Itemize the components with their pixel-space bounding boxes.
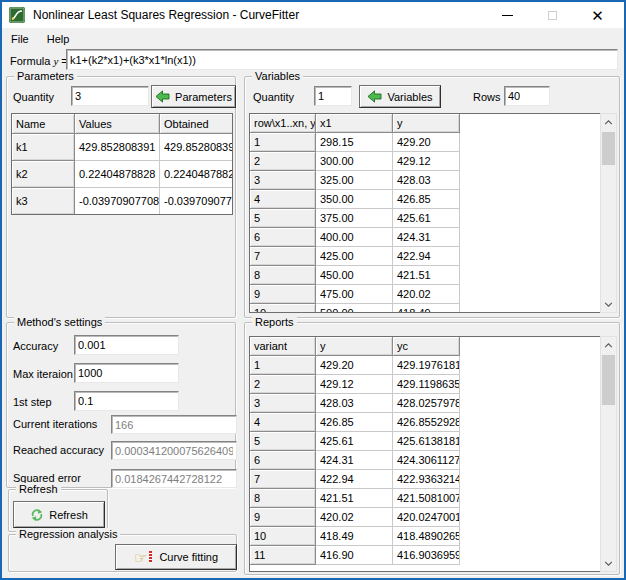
grid-cell[interactable]: 418.49 bbox=[316, 527, 393, 546]
row-header-cell[interactable]: 8 bbox=[250, 489, 316, 508]
grid-cell[interactable]: 429.852808391 bbox=[75, 134, 160, 161]
grid-cell[interactable]: 0.2240487882 bbox=[160, 161, 233, 188]
grid-cell[interactable]: 429.1198635 bbox=[393, 375, 460, 394]
scroll-down-icon[interactable] bbox=[601, 296, 616, 312]
row-header-cell[interactable]: 1 bbox=[250, 133, 316, 152]
row-header-cell[interactable]: 10 bbox=[250, 527, 316, 546]
row-header-cell[interactable]: 2 bbox=[250, 375, 316, 394]
row-header-cell[interactable]: 10 bbox=[250, 304, 316, 313]
grid-cell[interactable]: 425.61 bbox=[316, 432, 393, 451]
grid-cell[interactable]: 418.49 bbox=[393, 304, 460, 313]
row-header-cell[interactable]: 5 bbox=[250, 432, 316, 451]
formula-input[interactable] bbox=[66, 49, 618, 70]
variables-scrollbar[interactable] bbox=[600, 113, 617, 313]
refresh-icon bbox=[30, 508, 44, 522]
grid-cell[interactable]: 421.51 bbox=[316, 489, 393, 508]
grid-cell[interactable]: 426.8552928 bbox=[393, 413, 460, 432]
grid-cell[interactable]: 425.61 bbox=[393, 209, 460, 228]
grid-cell[interactable]: 416.90 bbox=[316, 546, 393, 565]
row-header-cell[interactable]: 3 bbox=[250, 394, 316, 413]
grid-cell[interactable]: 420.0247001 bbox=[393, 508, 460, 527]
grid-cell[interactable]: 420.02 bbox=[393, 285, 460, 304]
grid-cell[interactable]: 429.20 bbox=[393, 133, 460, 152]
grid-cell[interactable]: 426.85 bbox=[316, 413, 393, 432]
refresh-button[interactable]: Refresh bbox=[13, 501, 105, 528]
row-header-cell[interactable]: 3 bbox=[250, 171, 316, 190]
grid-cell[interactable]: 450.00 bbox=[316, 266, 393, 285]
grid-cell[interactable]: -0.039709077 bbox=[160, 188, 233, 215]
grid-cell[interactable]: -0.03970907708 bbox=[75, 188, 160, 215]
max-iteration-input[interactable] bbox=[74, 363, 179, 383]
scroll-down-icon[interactable] bbox=[601, 555, 616, 571]
parameters-button[interactable]: Parameters bbox=[151, 85, 236, 108]
grid-cell[interactable]: 421.5081007 bbox=[393, 489, 460, 508]
grid-cell[interactable]: 424.31 bbox=[316, 451, 393, 470]
grid-cell[interactable]: 429.12 bbox=[316, 375, 393, 394]
scroll-up-icon[interactable] bbox=[601, 337, 616, 353]
grid-cell[interactable]: 420.02 bbox=[316, 508, 393, 527]
grid-cell[interactable]: 421.51 bbox=[393, 266, 460, 285]
grid-cell[interactable]: 418.4890265 bbox=[393, 527, 460, 546]
row-header-cell[interactable]: 8 bbox=[250, 266, 316, 285]
grid-cell[interactable]: 422.94 bbox=[393, 247, 460, 266]
minimize-button[interactable] bbox=[485, 2, 530, 28]
grid-cell[interactable]: 416.9036959 bbox=[393, 546, 460, 565]
grid-cell[interactable]: 428.0257978 bbox=[393, 394, 460, 413]
grid-cell[interactable]: 425.6138181 bbox=[393, 432, 460, 451]
grid-cell[interactable]: 350.00 bbox=[316, 190, 393, 209]
grid-cell[interactable]: 500.00 bbox=[316, 304, 393, 313]
row-header-cell[interactable]: k2 bbox=[12, 161, 75, 188]
grid-cell[interactable]: 422.9363214 bbox=[393, 470, 460, 489]
row-header-cell[interactable]: 7 bbox=[250, 470, 316, 489]
grid-cell[interactable]: 400.00 bbox=[316, 228, 393, 247]
grid-cell[interactable]: 424.31 bbox=[393, 228, 460, 247]
grid-cell[interactable]: 429.85280839 bbox=[160, 134, 233, 161]
refresh-button-label: Refresh bbox=[49, 509, 88, 521]
variables-button[interactable]: Variables bbox=[359, 85, 441, 108]
grid-cell[interactable]: 426.85 bbox=[393, 190, 460, 209]
grid-cell[interactable]: 300.00 bbox=[316, 152, 393, 171]
grid-cell[interactable]: 424.3061127 bbox=[393, 451, 460, 470]
row-header-cell[interactable]: 6 bbox=[250, 451, 316, 470]
grid-cell[interactable]: 0.22404878828 bbox=[75, 161, 160, 188]
close-button[interactable]: ✕ bbox=[575, 2, 620, 28]
scroll-thumb[interactable] bbox=[602, 132, 615, 165]
grid-cell[interactable]: 429.1976181 bbox=[393, 356, 460, 375]
grid-cell[interactable]: 425.00 bbox=[316, 247, 393, 266]
grid-cell[interactable]: 325.00 bbox=[316, 171, 393, 190]
rows-input[interactable] bbox=[504, 86, 550, 106]
grid-cell[interactable]: 475.00 bbox=[316, 285, 393, 304]
row-header-cell[interactable]: 5 bbox=[250, 209, 316, 228]
scroll-up-icon[interactable] bbox=[601, 114, 616, 130]
row-header-cell[interactable]: 1 bbox=[250, 356, 316, 375]
variables-quantity-input[interactable] bbox=[314, 86, 352, 106]
row-header-cell[interactable]: 9 bbox=[250, 508, 316, 527]
menu-help[interactable]: Help bbox=[38, 30, 79, 48]
row-header-cell[interactable]: 2 bbox=[250, 152, 316, 171]
grid-cell[interactable]: 422.94 bbox=[316, 470, 393, 489]
table-row: 10500.00418.49 bbox=[250, 304, 600, 313]
row-header-cell[interactable]: k1 bbox=[12, 134, 75, 161]
curve-fitting-button[interactable]: ☞ Curve fitting bbox=[115, 544, 237, 570]
grid-cell[interactable]: 428.03 bbox=[393, 171, 460, 190]
row-header-cell[interactable]: 4 bbox=[250, 413, 316, 432]
grid-cell[interactable]: 429.20 bbox=[316, 356, 393, 375]
scroll-thumb[interactable] bbox=[602, 355, 615, 405]
grid-cell[interactable]: 428.03 bbox=[316, 394, 393, 413]
row-header-cell[interactable]: 4 bbox=[250, 190, 316, 209]
row-header-cell[interactable]: k3 bbox=[12, 188, 75, 215]
row-header-cell[interactable]: 6 bbox=[250, 228, 316, 247]
row-header-cell[interactable]: 9 bbox=[250, 285, 316, 304]
reports-scrollbar[interactable] bbox=[600, 336, 617, 572]
grid-cell[interactable]: 375.00 bbox=[316, 209, 393, 228]
grid-cell[interactable]: 298.15 bbox=[316, 133, 393, 152]
variables-legend: Variables bbox=[252, 70, 303, 82]
menu-file[interactable]: File bbox=[2, 30, 38, 48]
parameters-quantity-input[interactable] bbox=[71, 86, 149, 106]
accuracy-input[interactable] bbox=[74, 335, 179, 355]
first-step-input[interactable] bbox=[74, 391, 179, 411]
row-header-cell[interactable]: 11 bbox=[250, 546, 316, 565]
grid-cell[interactable]: 429.12 bbox=[393, 152, 460, 171]
row-header-cell[interactable]: 7 bbox=[250, 247, 316, 266]
methods-legend: Method's settings bbox=[14, 316, 105, 328]
